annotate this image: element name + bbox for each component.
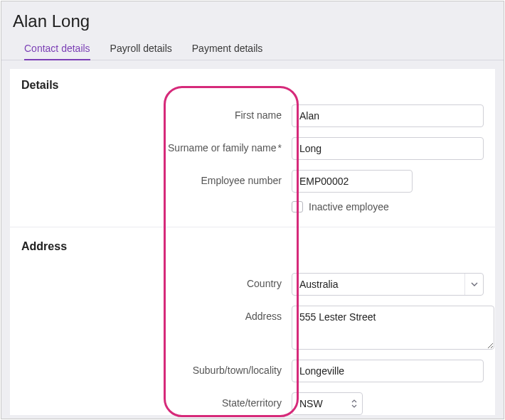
label-country: Country: [21, 273, 292, 289]
label-address: Address: [21, 306, 292, 322]
label-employee-number: Employee number: [21, 170, 292, 186]
section-title-details: Details: [21, 79, 484, 92]
inactive-employee-checkbox[interactable]: [292, 201, 303, 212]
section-divider: [10, 227, 495, 227]
tabs: Contact details Payroll details Payment …: [13, 43, 492, 60]
section-title-address: Address: [21, 240, 484, 253]
first-name-input[interactable]: [292, 104, 484, 127]
content-panel: Details First name Surname or family nam…: [10, 69, 495, 415]
label-state: State/territory: [21, 392, 292, 409]
label-suburb: Suburb/town/locality: [21, 360, 292, 376]
tab-payroll-details[interactable]: Payroll details: [110, 43, 172, 60]
suburb-input[interactable]: [292, 360, 484, 382]
required-mark: *: [277, 142, 282, 154]
address-textarea[interactable]: [292, 306, 494, 350]
country-select[interactable]: [292, 273, 484, 296]
tab-payment-details[interactable]: Payment details: [192, 43, 263, 60]
label-first-name: First name: [21, 104, 292, 121]
label-inactive-employee: Inactive employee: [309, 201, 389, 212]
state-select[interactable]: [292, 392, 363, 415]
tab-contact-details[interactable]: Contact details: [24, 43, 90, 60]
surname-input[interactable]: [292, 137, 484, 160]
employee-number-input[interactable]: [292, 170, 413, 193]
page-title: Alan Long: [13, 11, 492, 31]
label-surname: Surname or family name*: [21, 137, 292, 154]
